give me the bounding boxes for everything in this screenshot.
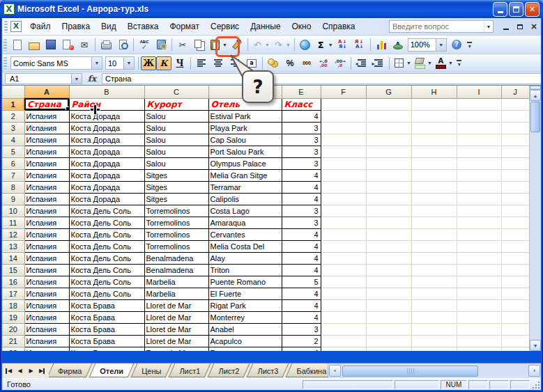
empty-cell[interactable] [411,217,457,228]
data-cell[interactable]: Испания [24,228,69,240]
row-header-2[interactable]: 2 [2,110,24,122]
data-cell[interactable]: Amaraqua [208,217,282,228]
empty-cell[interactable] [501,335,529,347]
data-cell[interactable]: Испания [24,311,69,323]
question-input[interactable] [390,22,484,31]
data-cell[interactable]: Испания [24,169,69,181]
sheet-tab-Лист3[interactable]: Лист3 [248,363,287,378]
data-cell[interactable]: Reymar [208,347,282,351]
column-header-F[interactable]: F [321,86,366,98]
empty-cell[interactable] [457,299,501,311]
empty-cell[interactable] [457,157,501,169]
empty-cell[interactable] [366,335,411,347]
currency-button[interactable] [265,56,282,71]
empty-cell[interactable] [411,311,457,323]
increase-indent-button[interactable] [370,56,387,71]
header-cell[interactable]: Район [69,98,144,110]
data-cell[interactable]: Rigat Park [208,299,282,311]
data-cell[interactable]: Коста Дорада [69,110,144,122]
redo-button[interactable]: ▼ [271,37,292,52]
formatting-toolbar-options-icon[interactable] [455,56,464,71]
vertical-scrollbar[interactable]: ▲ ▼ [529,86,541,351]
empty-cell[interactable] [501,299,529,311]
empty-cell[interactable] [457,323,501,335]
formula-input[interactable]: Страна [102,73,541,84]
empty-cell[interactable] [411,240,457,252]
select-all-corner[interactable] [2,86,24,98]
row-header-18[interactable]: 18 [2,299,24,311]
data-cell[interactable]: Melia Gran Sitge [208,169,282,181]
empty-cell[interactable] [366,323,411,335]
permission-button[interactable] [59,37,76,52]
row-header-11[interactable]: 11 [2,217,24,228]
data-cell[interactable]: Lloret de Mar [144,323,208,335]
data-cell[interactable]: Испания [24,205,69,217]
empty-cell[interactable] [411,122,457,134]
data-cell[interactable]: El Fuerte [208,288,282,299]
data-cell[interactable]: Испания [24,335,69,347]
vertical-scroll-thumb[interactable] [530,102,540,132]
new-button[interactable] [9,37,26,52]
data-cell[interactable]: Коста Дель Соль [69,276,144,288]
column-header-G[interactable]: G [366,86,411,98]
empty-cell[interactable] [411,110,457,122]
data-cell[interactable]: Sitges [144,169,208,181]
sort-desc-button[interactable] [351,37,368,52]
row-header-20[interactable]: 20 [2,323,24,335]
data-cell[interactable]: Sitges [144,193,208,205]
empty-cell[interactable] [366,240,411,252]
name-box[interactable]: A1 [5,73,72,84]
data-cell[interactable]: Коста Брава [69,323,144,335]
empty-cell[interactable] [501,181,529,193]
row-header-7[interactable]: 7 [2,169,24,181]
empty-cell[interactable] [366,264,411,276]
empty-cell[interactable] [501,240,529,252]
open-button[interactable] [26,37,43,52]
italic-button[interactable]: К [156,56,171,70]
data-cell[interactable]: Коста Брава [69,347,144,351]
data-cell[interactable]: Коста Дорада [69,169,144,181]
empty-cell[interactable] [411,146,457,157]
empty-cell[interactable] [411,157,457,169]
empty-cell[interactable] [457,169,501,181]
mail-button[interactable] [76,37,93,52]
comma-button[interactable] [298,56,315,71]
minimize-button[interactable] [493,2,507,17]
data-cell[interactable]: Torremolinos [144,217,208,228]
empty-cell[interactable] [501,217,529,228]
data-cell[interactable]: Anabel [208,323,282,335]
empty-cell[interactable] [501,276,529,288]
data-cell[interactable]: Коста Дорада [69,181,144,193]
empty-cell[interactable] [501,228,529,240]
empty-cell[interactable] [501,205,529,217]
empty-cell[interactable] [321,157,366,169]
empty-cell[interactable] [321,228,366,240]
data-cell[interactable]: Коста Дель Соль [69,217,144,228]
empty-cell[interactable] [321,205,366,217]
empty-cell[interactable] [457,288,501,299]
data-cell[interactable]: 4 [282,193,321,205]
data-cell[interactable]: 4 [282,252,321,264]
empty-cell[interactable] [501,252,529,264]
empty-cell[interactable] [501,98,529,110]
row-header-5[interactable]: 5 [2,146,24,157]
empty-cell[interactable] [501,264,529,276]
empty-cell[interactable] [321,134,366,146]
data-cell[interactable]: Benalmadena [144,264,208,276]
data-cell[interactable]: Испания [24,181,69,193]
menu-item-window[interactable]: Окно [286,20,316,33]
data-cell[interactable]: Коста Брава [69,311,144,323]
sheet-tab-Бабкина[interactable]: Бабкина [287,363,328,378]
empty-cell[interactable] [411,134,457,146]
empty-cell[interactable] [457,252,501,264]
column-header-A[interactable]: A [24,86,69,98]
data-cell[interactable]: Salou [144,157,208,169]
data-cell[interactable]: Коста Дорада [69,122,144,134]
column-header-H[interactable]: H [411,86,457,98]
empty-cell[interactable] [411,264,457,276]
sheet-tab-Отели[interactable]: Отели [91,363,132,378]
maximize-button[interactable] [509,2,523,17]
empty-cell[interactable] [366,205,411,217]
data-cell[interactable]: Calipolis [208,193,282,205]
data-cell[interactable]: Marbelia [144,288,208,299]
